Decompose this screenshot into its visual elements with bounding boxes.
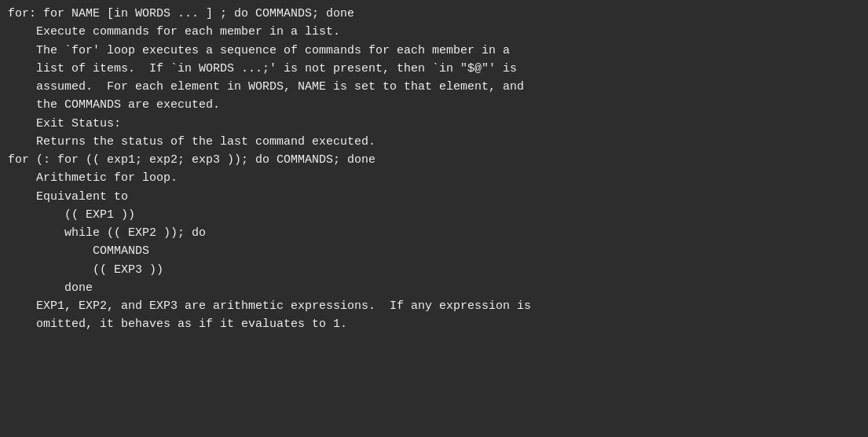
terminal-line: while (( EXP2 )); do	[8, 224, 860, 242]
terminal-line: Equivalent to	[8, 188, 860, 206]
terminal-line: done	[8, 279, 860, 297]
terminal-line: Execute commands for each member in a li…	[8, 23, 860, 41]
terminal-output: for: for NAME [in WORDS ... ] ; do COMMA…	[0, 0, 868, 437]
terminal-line: list of items. If `in WORDS ...;' is not…	[8, 60, 860, 78]
terminal-line: (( EXP1 ))	[8, 206, 860, 224]
terminal-line: the COMMANDS are executed.	[8, 96, 860, 114]
terminal-line: for: for NAME [in WORDS ... ] ; do COMMA…	[8, 5, 860, 23]
terminal-line: Returns the status of the last command e…	[8, 133, 860, 151]
terminal-line: (( EXP3 ))	[8, 261, 860, 279]
terminal-line: omitted, it behaves as if it evaluates t…	[8, 315, 860, 333]
terminal-line: The `for' loop executes a sequence of co…	[8, 42, 860, 60]
terminal-line: Exit Status:	[8, 115, 860, 133]
terminal-line: COMMANDS	[8, 242, 860, 260]
terminal-line: Arithmetic for loop.	[8, 169, 860, 187]
terminal-line: for (: for (( exp1; exp2; exp3 )); do CO…	[8, 151, 860, 169]
terminal-line: assumed. For each element in WORDS, NAME…	[8, 78, 860, 96]
terminal-line: EXP1, EXP2, and EXP3 are arithmetic expr…	[8, 297, 860, 315]
